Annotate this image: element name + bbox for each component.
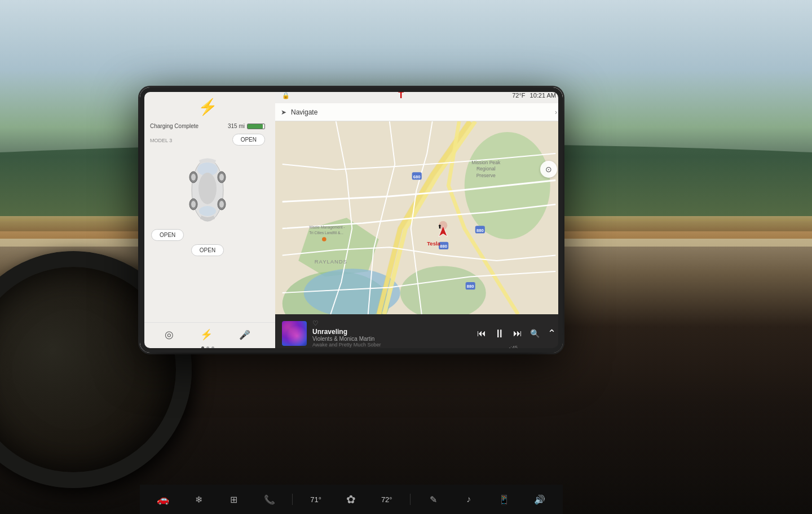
phone-taskbar-button[interactable]: 📞 <box>257 492 282 507</box>
svg-point-10 <box>191 201 196 208</box>
svg-text:RAYLANDS: RAYLANDS <box>315 258 347 265</box>
prev-button[interactable]: ⏮ <box>477 328 486 339</box>
music-taskbar-button[interactable]: ♪ <box>456 492 481 507</box>
map-area[interactable]: 680 880 880 880 RAYLANDS Mission Peak Re… <box>275 121 563 314</box>
phone2-taskbar-button[interactable]: 📱 <box>492 492 517 507</box>
charging-header: ⚡ Charging Complete 315 mi <box>140 87 275 134</box>
phone-taskbar-icon: 📞 <box>264 494 275 505</box>
svg-point-32 <box>322 237 326 241</box>
open-button-top[interactable]: OPEN <box>232 134 265 146</box>
phone2-taskbar-icon: 📱 <box>498 494 510 505</box>
target-icon[interactable]: ◎ <box>165 329 174 340</box>
svg-text:Tri Cities Landfill &...: Tri Cities Landfill &... <box>309 231 343 235</box>
compass-button[interactable]: ⊙ <box>540 161 557 178</box>
battery-miles: 315 mi <box>228 123 245 129</box>
car-visual-area: MODEL 3 OPEN <box>140 134 275 322</box>
pause-button[interactable]: ⏸ <box>494 327 505 340</box>
progress-time: -:45 <box>509 345 518 350</box>
status-left: 🔒 <box>282 92 290 99</box>
navigate-arrow-icon: ➤ <box>281 108 286 116</box>
fan-taskbar-button[interactable]: ✿ <box>339 490 364 508</box>
song-title: Unraveling <box>312 328 471 336</box>
svg-text:Mission Peak: Mission Peak <box>471 160 501 165</box>
dot-3 <box>211 346 214 349</box>
lock-icon: 🔒 <box>282 92 290 99</box>
separator-2 <box>410 494 411 505</box>
music-taskbar-icon: ♪ <box>466 494 471 504</box>
song-album: Awake and Pretty Much Sober <box>312 342 471 348</box>
status-bar: 🔒 T 72°F 10:21 AM <box>275 87 563 103</box>
page-dots <box>140 346 275 353</box>
heart-icon[interactable]: ♡ <box>312 319 471 327</box>
left-panel: ⚡ Charging Complete 315 mi MODEL 3 OPEN <box>140 87 275 353</box>
right-panel: 🔒 T 72°F 10:21 AM ➤ Navigate › <box>275 87 563 353</box>
nav-taskbar-icon: ✎ <box>430 494 437 505</box>
charging-complete-row: Charging Complete 315 mi <box>150 123 265 129</box>
battery-bar-fill <box>248 124 263 129</box>
car-taskbar-icon: 🚗 <box>157 493 169 506</box>
svg-text:Waste Management -: Waste Management - <box>309 225 345 230</box>
music-controls: ⏮ ⏸ ⏭ 🔍 ⌃ <box>477 327 556 340</box>
svg-text:Tesla: Tesla <box>427 240 440 247</box>
battery-row: 315 mi <box>228 123 265 129</box>
car-taskbar-button[interactable]: 🚗 <box>151 491 175 508</box>
apps-taskbar-button[interactable]: ⊞ <box>222 492 246 507</box>
apps-taskbar-icon: ⊞ <box>230 494 237 505</box>
svg-text:880: 880 <box>467 284 474 289</box>
svg-text:Preserve: Preserve <box>476 173 496 178</box>
svg-point-8 <box>191 174 196 181</box>
volume-taskbar-icon: 🔊 <box>534 494 545 505</box>
album-art <box>282 321 307 346</box>
status-center: T <box>398 90 404 100</box>
charging-icon[interactable]: ⚡ <box>200 328 213 341</box>
battery-bar-outer <box>247 124 265 129</box>
expand-button[interactable]: ⌃ <box>548 327 556 340</box>
navigate-chevron-icon: › <box>555 108 557 116</box>
open-button-left[interactable]: OPEN <box>151 229 184 241</box>
song-artist: Violents & Monica Martin <box>312 336 471 342</box>
status-right: 72°F 10:21 AM <box>512 92 556 99</box>
time-display: 10:21 AM <box>530 92 556 99</box>
model-label: MODEL 3 <box>150 138 172 143</box>
svg-text:880: 880 <box>440 244 447 249</box>
navigate-label[interactable]: Navigate <box>291 108 550 116</box>
car-model-row: MODEL 3 OPEN <box>145 134 270 146</box>
svg-point-11 <box>219 201 224 208</box>
temp-right-display[interactable]: 72° <box>374 493 399 506</box>
map-svg: 680 880 880 880 RAYLANDS Mission Peak Re… <box>275 121 563 314</box>
temp-left-display[interactable]: 71° <box>303 493 328 506</box>
search-button[interactable]: 🔍 <box>530 329 540 338</box>
open-button-bottom[interactable]: OPEN <box>191 244 224 256</box>
car-image <box>182 148 233 227</box>
svg-text:880: 880 <box>476 228 484 233</box>
music-player: ♡ Unraveling Violents & Monica Martin Aw… <box>275 314 563 353</box>
tesla-screen: ⚡ Charging Complete 315 mi MODEL 3 OPEN <box>140 87 563 353</box>
temp-left-value: 71° <box>310 495 321 504</box>
svg-point-9 <box>219 174 224 181</box>
climate-taskbar-button[interactable]: ❄ <box>186 492 211 507</box>
climate-taskbar-icon: ❄ <box>195 494 202 505</box>
temperature-display: 72°F <box>512 92 525 99</box>
bolt-icon: ⚡ <box>198 98 218 116</box>
svg-point-3 <box>198 173 217 204</box>
svg-text:Regional: Regional <box>476 166 496 172</box>
taskbar: 🚗 ❄ ⊞ 📞 71° ✿ 72° ✎ ♪ 📱 🔊 <box>140 485 563 514</box>
bottom-icons: ◎ ⚡ 🎤 <box>140 322 275 346</box>
dot-2 <box>206 346 209 349</box>
volume-taskbar-button[interactable]: 🔊 <box>527 492 552 507</box>
dot-1 <box>201 346 204 349</box>
next-button[interactable]: ⏭ <box>513 328 522 339</box>
separator-1 <box>292 494 293 505</box>
album-art-blur <box>282 321 307 346</box>
temp-right-value: 72° <box>381 495 392 504</box>
car-svg <box>182 148 233 232</box>
tesla-logo: T <box>398 90 404 100</box>
svg-text:⬆: ⬆ <box>438 224 442 230</box>
svg-point-2 <box>199 206 216 216</box>
navigate-bar[interactable]: ➤ Navigate › <box>275 103 563 121</box>
music-info: ♡ Unraveling Violents & Monica Martin Aw… <box>312 319 471 348</box>
fan-taskbar-icon: ✿ <box>346 493 356 506</box>
charging-status: Charging Complete <box>150 123 198 129</box>
nav-taskbar-button[interactable]: ✎ <box>421 492 445 507</box>
mic-icon[interactable]: 🎤 <box>239 330 250 340</box>
